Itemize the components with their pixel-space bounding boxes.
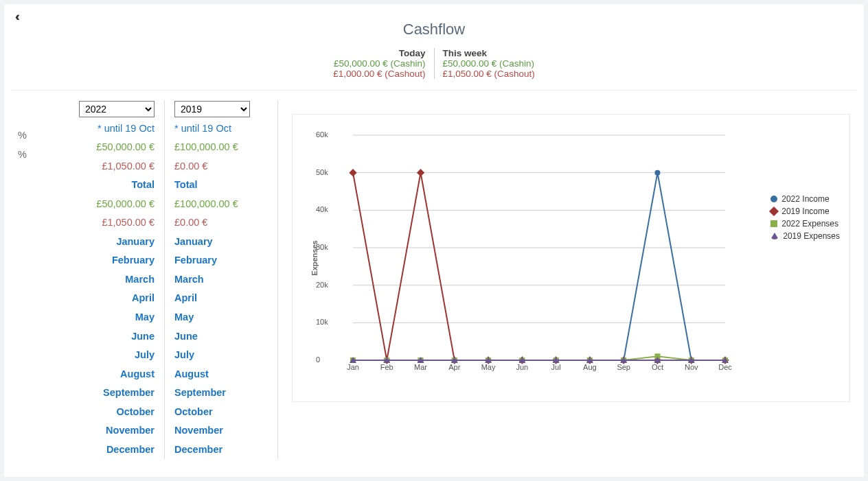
xtick: May [481,363,496,371]
pct-in-a: £50,000.00 € [69,138,155,157]
comparison-table: % % 2022 * until 19 Oct £50,000.00 € £1,… [11,100,278,459]
total-out-b: £0.00 € [174,213,261,233]
xtick: Aug [583,363,597,371]
month-link-march[interactable]: March [69,270,155,290]
month-link-august[interactable]: August [174,365,261,384]
svg-rect-21 [417,169,424,176]
total-out-a: £1,050.00 € [69,213,155,233]
column-year-b: 2019 * until 19 Oct £100,000.00 € £0.00 … [165,100,261,459]
xtick: Oct [652,363,663,371]
dashboard-header: Cashflow Today £50,000.00 € (Cashin) £1,… [12,4,856,91]
total-label-b: Total [174,176,261,195]
summary-today-label: Today [333,48,425,58]
xtick: Feb [380,363,393,371]
ytick: 0 [316,355,320,364]
month-link-june[interactable]: June [69,327,155,347]
month-link-august[interactable]: August [69,365,155,384]
pct-out-b: £0.00 € [174,157,261,176]
month-link-may[interactable]: May [174,308,261,327]
month-link-february[interactable]: February [174,251,261,270]
pct-out-a: £1,050.00 € [69,157,155,176]
pct-row-in: % [18,126,69,145]
total-in-a: £50,000.00 € [69,195,155,214]
chart-plot [334,131,732,373]
legend-item-2022-income[interactable]: 2022 Income [770,194,840,204]
month-link-october[interactable]: October [69,403,155,422]
ytick: 30k [316,243,328,251]
month-link-march[interactable]: March [174,270,261,290]
until-note-b: * until 19 Oct [174,119,261,139]
month-link-april[interactable]: April [69,289,155,308]
ytick: 20k [316,281,328,289]
summary-block: Today £50,000.00 € (Cashin) £1,000.00 € … [12,48,856,79]
summary-today-cashin: £50,000.00 € (Cashin) [333,58,425,69]
ytick: 10k [316,318,328,326]
month-link-april[interactable]: April [174,289,261,308]
year-select-b[interactable]: 2019 [174,101,250,117]
month-link-january[interactable]: January [69,233,155,252]
xtick: Dec [718,363,732,371]
ytick: 50k [316,168,328,176]
pct-row-out: % [18,145,69,165]
legend-label: 2022 Income [781,194,829,204]
total-label-a: Total [69,176,155,195]
month-link-december[interactable]: December [69,441,155,460]
legend-item-2022-expenses[interactable]: 2022 Expenses [770,219,840,228]
pct-in-b: £100,000.00 € [174,138,261,157]
month-link-september[interactable]: September [69,384,155,403]
total-in-b: £100,000.00 € [174,195,261,214]
column-year-a: 2022 * until 19 Oct £50,000.00 € £1,050.… [69,100,165,459]
svg-point-16 [654,170,660,176]
xtick: Jun [516,363,528,371]
ytick: 60k [316,130,328,139]
summary-week-cashin: £50,000.00 € (Cashin) [443,58,535,69]
svg-rect-19 [349,169,356,176]
month-link-september[interactable]: September [174,384,261,403]
month-link-may[interactable]: May [69,308,155,327]
month-link-july[interactable]: July [69,346,155,365]
year-select-a[interactable]: 2022 [79,101,155,117]
legend-label: 2019 Income [781,207,829,216]
summary-week-label: This week [443,48,535,58]
page-title: Cashflow [12,21,856,38]
month-link-july[interactable]: July [174,346,261,365]
month-link-january[interactable]: January [174,233,261,252]
month-link-february[interactable]: February [69,251,155,270]
month-link-december[interactable]: December [174,441,261,460]
xtick: Mar [414,363,427,371]
legend-label: 2022 Expenses [781,219,838,228]
xtick: Jan [347,363,359,371]
xtick: Jul [551,363,561,371]
xtick: Sep [617,363,630,371]
month-link-november[interactable]: November [69,421,155,441]
legend-item-2019-income[interactable]: 2019 Income [770,207,840,216]
collapse-icon[interactable]: ‹‹ [15,10,16,24]
month-link-june[interactable]: June [174,327,261,347]
month-link-october[interactable]: October [174,403,261,422]
chart-legend: 2022 Income 2019 Income 2022 Expenses 20… [770,194,840,244]
legend-item-2019-expenses[interactable]: 2019 Expenses [770,231,840,241]
xtick: Apr [448,363,460,371]
xtick: Nov [685,363,698,371]
legend-label: 2019 Expenses [783,231,840,241]
chart-block: Expenses 010k20k30k40k50k60k JanFebMarAp… [278,100,864,459]
summary-today-cashout: £1,000.00 € (Cashout) [333,69,425,79]
ytick: 40k [316,205,328,213]
until-note-a: * until 19 Oct [69,119,155,139]
month-link-november[interactable]: November [174,421,261,441]
summary-week-cashout: £1,050.00 € (Cashout) [443,69,535,79]
